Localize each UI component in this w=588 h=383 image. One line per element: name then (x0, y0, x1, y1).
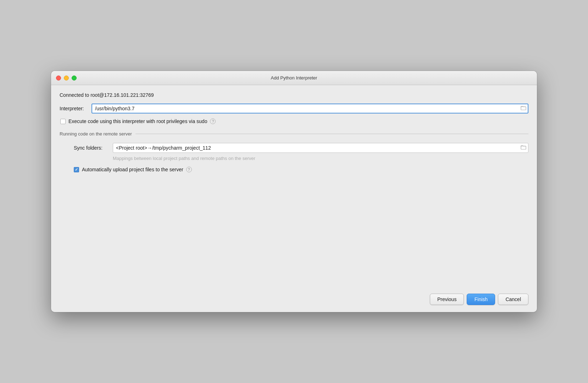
connection-info: Connected to root@172.16.101.221:32769 (60, 92, 528, 98)
svg-rect-1 (521, 146, 526, 149)
auto-upload-help-icon[interactable]: ? (186, 167, 192, 172)
dialog-title: Add Python Interpreter (271, 75, 317, 81)
sudo-checkbox-row: Execute code using this interpreter with… (60, 118, 528, 124)
auto-upload-row: Automatically upload project files to th… (74, 167, 528, 172)
sudo-checkbox-label: Execute code using this interpreter with… (68, 118, 207, 124)
title-bar: Add Python Interpreter (51, 71, 537, 85)
minimize-button[interactable] (64, 76, 69, 81)
dialog: Add Python Interpreter Connected to root… (51, 71, 537, 312)
interpreter-row: Interpreter: (60, 104, 528, 113)
mapping-hint: Mappings between local project paths and… (74, 156, 528, 161)
auto-upload-label: Automatically upload project files to th… (82, 167, 183, 172)
finish-button[interactable]: Finish (467, 294, 495, 305)
previous-button[interactable]: Previous (430, 294, 464, 305)
interpreter-input-wrapper (91, 104, 528, 113)
interpreter-input[interactable] (91, 104, 528, 113)
close-button[interactable] (56, 76, 61, 81)
divider-line (135, 134, 528, 134)
sudo-help-icon[interactable]: ? (210, 118, 216, 124)
traffic-lights (56, 76, 77, 81)
sync-folders-row: Sync folders: (74, 143, 528, 153)
section-label: Running code on the remote server (60, 131, 132, 137)
sync-input-wrapper (113, 143, 528, 153)
sync-browse-icon[interactable] (521, 145, 526, 151)
svg-rect-0 (521, 107, 526, 110)
section-divider: Running code on the remote server (60, 131, 528, 137)
sync-folders-label: Sync folders: (74, 145, 109, 151)
button-row: Previous Finish Cancel (51, 288, 537, 312)
sudo-checkbox[interactable] (60, 119, 66, 124)
cancel-button[interactable]: Cancel (498, 294, 528, 305)
interpreter-browse-icon[interactable] (521, 105, 526, 112)
auto-upload-checkbox[interactable] (74, 167, 79, 172)
sync-folders-input[interactable] (113, 143, 528, 153)
maximize-button[interactable] (72, 76, 77, 81)
dialog-content: Connected to root@172.16.101.221:32769 I… (51, 85, 537, 288)
interpreter-label: Interpreter: (60, 106, 88, 111)
